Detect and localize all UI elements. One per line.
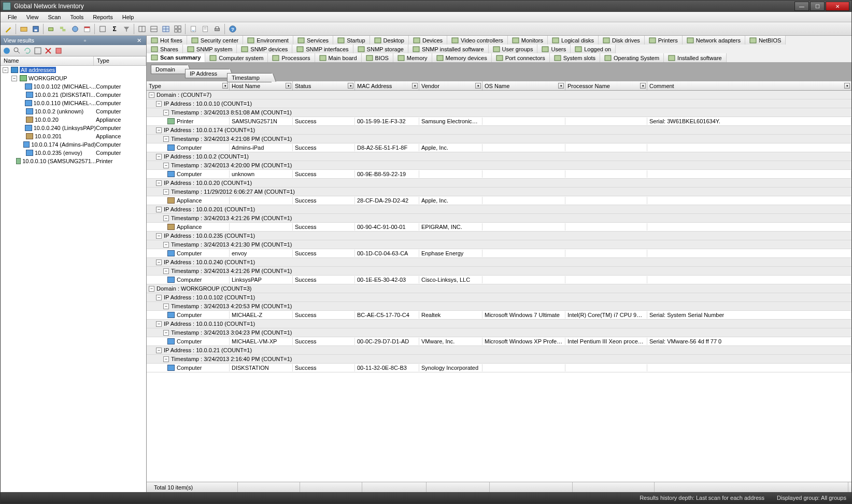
- group-row[interactable]: −IP Address : 10.0.0.235 (COUNT=1): [147, 232, 851, 240]
- col-comment[interactable]: Comment▾: [647, 81, 851, 90]
- tree-node[interactable]: 10.0.0.21 (DISKSTATI...Computer: [1, 91, 146, 99]
- tool-folder-icon[interactable]: [18, 23, 30, 35]
- filter-dropdown-icon[interactable]: ▾: [558, 83, 564, 89]
- tool-view3-icon[interactable]: [160, 23, 172, 35]
- tab-snmp-installed-software[interactable]: SNMP installed software: [408, 45, 489, 53]
- tree-node[interactable]: 10.0.0.10 (SAMSUNG2571...Printer: [1, 157, 146, 165]
- col-os[interactable]: OS Name▾: [482, 81, 565, 90]
- menu-view[interactable]: View: [22, 13, 43, 21]
- data-row[interactable]: Computer LinksysPAP Success 00-1E-E5-30-…: [147, 276, 851, 284]
- collapse-icon[interactable]: −: [156, 260, 162, 265]
- col-proc[interactable]: Processor Name▾: [565, 81, 647, 90]
- collapse-icon[interactable]: −: [3, 67, 8, 73]
- collapse-icon[interactable]: −: [163, 242, 169, 248]
- tool-help-icon[interactable]: ?: [227, 23, 238, 35]
- col-hostname[interactable]: Host Name▾: [230, 81, 293, 90]
- tree-root[interactable]: −All addresses: [1, 66, 146, 74]
- data-row[interactable]: Computer Admins-iPad Success D8-A2-5E-51…: [147, 143, 851, 152]
- collapse-icon[interactable]: −: [156, 321, 162, 327]
- collapse-icon[interactable]: −: [163, 163, 169, 168]
- tab-snmp-storage[interactable]: SNMP storage: [353, 45, 408, 53]
- collapse-icon[interactable]: −: [156, 295, 162, 300]
- data-row[interactable]: Appliance Success 00-90-4C-91-00-01 EPIG…: [147, 223, 851, 232]
- tree-col-name[interactable]: Name: [1, 56, 94, 65]
- tab-logical-disks[interactable]: Logical disks: [548, 36, 599, 45]
- tree-body[interactable]: −All addresses −WORKGROUP 10.0.0.102 (MI…: [1, 66, 146, 492]
- pane-pin-icon[interactable]: ▫: [81, 37, 89, 44]
- tree-node[interactable]: 10.0.0.240 (LinksysPAP)Computer: [1, 124, 146, 132]
- collapse-icon[interactable]: −: [163, 330, 169, 336]
- tool-view2-icon[interactable]: [148, 23, 160, 35]
- tool-layout1-icon[interactable]: [97, 23, 108, 35]
- refresh-icon[interactable]: [23, 47, 32, 55]
- tab-memory[interactable]: Memory: [393, 53, 432, 62]
- tool-scan-domain-icon[interactable]: [69, 23, 81, 35]
- group-row[interactable]: −IP Address : 10.0.0.102 (COUNT=1): [147, 293, 851, 302]
- collapse-icon[interactable]: −: [149, 286, 154, 292]
- tool-print-icon[interactable]: [211, 23, 223, 35]
- menu-file[interactable]: File: [4, 13, 21, 21]
- tree-node[interactable]: 10.0.0.110 (MICHAEL-...Computer: [1, 99, 146, 107]
- tab-monitors[interactable]: Monitors: [508, 36, 548, 45]
- data-row[interactable]: Computer MICHAEL-Z Success BC-AE-C5-17-7…: [147, 311, 851, 320]
- tree-node[interactable]: 10.0.0.201Appliance: [1, 132, 146, 140]
- group-row[interactable]: −Domain : WORKGROUP (COUNT=3): [147, 284, 851, 293]
- tool-schedule-icon[interactable]: [81, 23, 93, 35]
- tree-node[interactable]: 10.0.0.2 (unknown)Computer: [1, 107, 146, 116]
- group-row[interactable]: −Timestamp : 3/24/2013 3:04:23 PM (COUNT…: [147, 328, 851, 337]
- data-row[interactable]: Computer MICHAEL-VM-XP Success 00-0C-29-…: [147, 337, 851, 346]
- tab-processors[interactable]: Processors: [268, 53, 315, 62]
- group-row[interactable]: −Timestamp : 3/24/2013 4:20:00 PM (COUNT…: [147, 161, 851, 170]
- col-mac[interactable]: MAC Address▾: [355, 81, 419, 90]
- group-chip-ip[interactable]: IP Address: [185, 69, 229, 78]
- filter-dropdown-icon[interactable]: ▾: [286, 83, 291, 89]
- filter-dropdown-icon[interactable]: ▾: [640, 83, 646, 89]
- tool-wand-icon[interactable]: [3, 23, 14, 35]
- collapse-icon[interactable]: −: [156, 348, 162, 353]
- maximize-button[interactable]: ☐: [810, 2, 825, 11]
- tool-filter-icon[interactable]: [121, 23, 132, 35]
- col-vendor[interactable]: Vendor▾: [419, 81, 482, 90]
- group-row[interactable]: −Timestamp : 3/24/2013 4:20:53 PM (COUNT…: [147, 302, 851, 311]
- tab-netbios[interactable]: NetBIOS: [745, 36, 786, 45]
- col-status[interactable]: Status▾: [293, 81, 355, 90]
- tab-snmp-devices[interactable]: SNMP devices: [237, 45, 292, 53]
- group-by-strip[interactable]: Domain IP Address Timestamp: [147, 63, 851, 81]
- data-row[interactable]: Computer unknown Success 00-9E-B8-59-22-…: [147, 170, 851, 179]
- collapse-icon[interactable]: −: [163, 268, 169, 274]
- collapse-icon[interactable]: −: [156, 101, 162, 107]
- tab-printers[interactable]: Printers: [645, 36, 683, 45]
- collapse-icon[interactable]: −: [163, 356, 169, 362]
- clear-icon[interactable]: [54, 47, 63, 55]
- tab-installed-software[interactable]: Installed software: [664, 53, 727, 62]
- data-row[interactable]: Printer SAMSUNG2571N Success 00-15-99-1E…: [147, 117, 851, 126]
- tool-sigma-icon[interactable]: Σ: [109, 23, 120, 35]
- tab-disk-drives[interactable]: Disk drives: [599, 36, 645, 45]
- group-row[interactable]: −IP Address : 10.0.0.10 (COUNT=1): [147, 99, 851, 108]
- grid-body[interactable]: −Domain : (COUNT=7)−IP Address : 10.0.0.…: [147, 91, 851, 482]
- minimize-button[interactable]: —: [794, 2, 809, 11]
- tree-node[interactable]: 10.0.0.20Appliance: [1, 116, 146, 124]
- tree-col-type[interactable]: Type: [94, 56, 146, 65]
- collapse-icon[interactable]: −: [163, 136, 169, 142]
- data-row[interactable]: Computer DISKSTATION Success 00-11-32-0E…: [147, 364, 851, 372]
- tab-snmp-system[interactable]: SNMP system: [183, 45, 237, 53]
- filter-dropdown-icon[interactable]: ▾: [412, 83, 418, 89]
- globe-icon[interactable]: [3, 47, 11, 55]
- tree-node[interactable]: 10.0.0.102 (MICHAEL-...Computer: [1, 82, 146, 91]
- collapse-icon[interactable]: −: [156, 180, 162, 186]
- collapse-icon[interactable]: −: [11, 76, 17, 81]
- tab-security-center[interactable]: Security center: [187, 36, 243, 45]
- group-row[interactable]: −Timestamp : 3/24/2013 4:21:26 PM (COUNT…: [147, 267, 851, 276]
- group-row[interactable]: −IP Address : 10.0.0.20 (COUNT=1): [147, 179, 851, 188]
- collapse-icon[interactable]: −: [163, 304, 169, 309]
- menu-scan[interactable]: Scan: [44, 13, 65, 21]
- tree-node[interactable]: 10.0.0.174 (Admins-iPad)Computer: [1, 140, 146, 149]
- group-row[interactable]: −IP Address : 10.0.0.201 (COUNT=1): [147, 205, 851, 214]
- tool-export-icon[interactable]: [188, 23, 199, 35]
- filter-dropdown-icon[interactable]: ▾: [222, 83, 228, 89]
- filter-dropdown-icon[interactable]: ▾: [844, 83, 850, 89]
- tab-scan-summary[interactable]: Scan summary: [147, 53, 205, 62]
- tab-memory-devices[interactable]: Memory devices: [432, 53, 492, 62]
- group-row[interactable]: −Timestamp : 3/24/2013 4:21:08 PM (COUNT…: [147, 135, 851, 143]
